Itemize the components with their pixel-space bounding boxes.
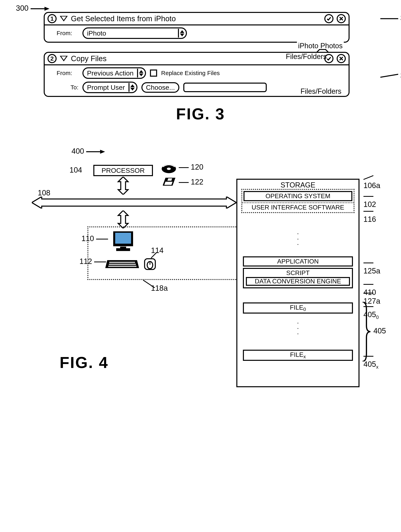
vdots-icon: ··· [297, 320, 299, 336]
step-title: Copy Files [71, 54, 321, 63]
ref-108: 108 [38, 189, 50, 197]
figure-3-caption: FIG. 3 [8, 105, 393, 123]
application-block: APPLICATION [243, 256, 353, 266]
ui-software-block: USER INTERFACE SOFTWARE [242, 203, 354, 211]
replace-checkbox[interactable] [150, 70, 157, 77]
ref-125a: 125a [363, 258, 381, 275]
svg-rect-24 [120, 247, 126, 248]
bus-arrow-icon [115, 177, 131, 195]
storage-block: STORAGE OPERATING SYSTEM USER INTERFACE … [236, 179, 359, 387]
ref-106a: 106a [363, 173, 381, 190]
ref-112: 112 [79, 257, 106, 266]
svg-marker-17 [118, 177, 128, 195]
output-type-label: Files/Folders [299, 87, 343, 95]
figure-3: 300 1 Get Selected Items from iPhoto Fro… [44, 12, 381, 97]
workflow-step-1: 1 Get Selected Items from iPhoto From: i… [44, 12, 350, 43]
step-title: Get Selected Items from iPhoto [71, 14, 321, 23]
svg-marker-19 [118, 210, 128, 228]
input-type-label: Files/Folders [286, 52, 327, 61]
stepper-icon[interactable] [128, 83, 136, 92]
monitor-icon [111, 230, 135, 252]
ref-116: 116 [363, 207, 381, 224]
svg-marker-9 [100, 150, 105, 154]
ref-305: 305 [380, 14, 401, 22]
ref-122: 122 [179, 178, 203, 186]
os-block: OPERATING SYSTEM [243, 191, 352, 201]
workflow-step-2: Files/Folders 2 Copy Files From: Previou… [44, 52, 350, 97]
svg-rect-23 [115, 233, 131, 244]
from-select[interactable]: Previous Action [83, 67, 146, 79]
svg-line-7 [380, 74, 398, 77]
script-label: SCRIPT [245, 269, 351, 277]
svg-marker-1 [45, 7, 50, 11]
keyboard-icon [105, 254, 139, 270]
file-x-block: FILEx [243, 350, 353, 361]
confirm-icon[interactable] [324, 14, 333, 23]
ref-400: 400 [71, 147, 106, 156]
ref-310: 310 [380, 71, 401, 80]
dce-block: DATA CONVERSION ENGINE [246, 277, 350, 286]
script-block: SCRIPT DATA CONVERSION ENGINE [243, 268, 353, 288]
storage-label: STORAGE [239, 181, 357, 189]
ref-110: 110 [82, 234, 108, 243]
step-header: 1 Get Selected Items from iPhoto [45, 13, 349, 25]
to-label: To: [57, 84, 78, 91]
path-field[interactable] [183, 82, 267, 92]
replace-label: Replace Existing Files [161, 70, 220, 76]
from-select[interactable]: iPhoto [83, 27, 187, 39]
ref-405: 405 [373, 327, 386, 335]
bus-arrow-icon [115, 210, 131, 228]
to-select[interactable]: Prompt User [83, 82, 137, 93]
brace-icon [362, 302, 371, 361]
svg-line-20 [143, 280, 155, 288]
system-bus [32, 196, 236, 209]
svg-line-35 [151, 252, 157, 258]
close-icon[interactable] [337, 14, 346, 23]
file-0-block: FILE0 [243, 303, 353, 314]
from-label: From: [57, 30, 78, 37]
svg-rect-28 [109, 262, 135, 263]
svg-rect-29 [109, 264, 136, 265]
svg-rect-15 [164, 182, 172, 185]
io-group [87, 226, 240, 280]
figure-4: 400 PROCESSOR 104 120 122 108 [32, 147, 381, 405]
stepper-icon[interactable] [178, 29, 185, 38]
svg-point-11 [167, 168, 171, 170]
svg-line-36 [363, 176, 373, 179]
processor-block: PROCESSOR [93, 165, 153, 176]
figure-4-caption: FIG. 4 [60, 354, 108, 372]
svg-rect-30 [108, 266, 136, 267]
svg-rect-25 [116, 248, 130, 251]
close-icon[interactable] [337, 54, 346, 63]
ref-102: 102 [363, 192, 381, 209]
stepper-icon[interactable] [137, 69, 144, 77]
vdots-icon: ··· [297, 231, 299, 247]
floppy-icon [163, 177, 177, 188]
from-label: From: [57, 70, 78, 76]
ref-120: 120 [179, 163, 203, 171]
ref-104: 104 [70, 166, 82, 174]
svg-marker-18 [32, 196, 236, 209]
disclosure-triangle-icon[interactable] [60, 56, 68, 61]
choose-button[interactable]: Choose... [141, 82, 179, 93]
ref-300: 300 [16, 4, 51, 13]
step-number-badge: 1 [47, 14, 57, 23]
disclosure-triangle-icon[interactable] [60, 16, 68, 21]
step-number-badge: 2 [47, 54, 57, 63]
cd-icon [161, 163, 177, 175]
